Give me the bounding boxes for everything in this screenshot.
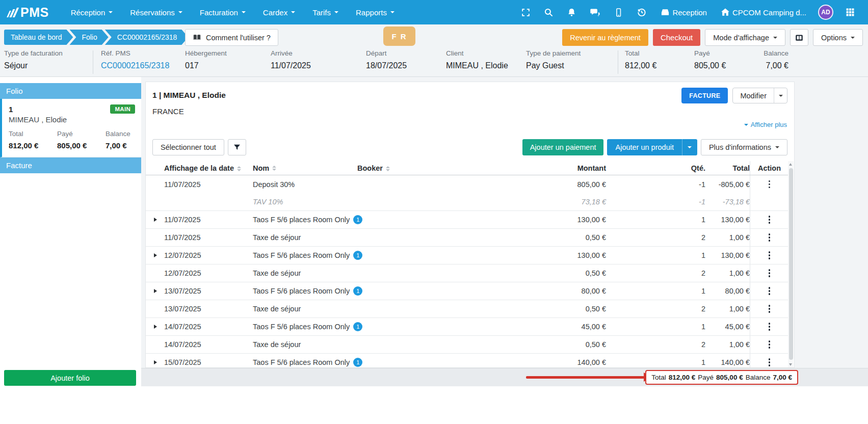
row-qty: 2 <box>607 233 706 242</box>
table-row[interactable]: 11/07/2025 Deposit 30% 805,00 € -1 -805,… <box>146 175 788 193</box>
table-row[interactable]: 15/07/2025 Taos F 5/6 places Room Only1 … <box>146 354 788 368</box>
select-all-button[interactable]: Sélectionner tout <box>152 139 224 155</box>
table-row[interactable]: 13/07/2025 Taxe de séjour 0,50 € 2 1,00 … <box>146 300 788 318</box>
table-header-row: Affichage de la date Nom Booker Montant … <box>146 161 788 175</box>
pms-ref-link[interactable]: CC00002165/2318 <box>101 61 169 70</box>
fullscreen-icon[interactable] <box>515 0 536 24</box>
property-selector[interactable]: CPCOM Camping d... <box>715 7 812 17</box>
return-to-payment-button[interactable]: Revenir au règlement <box>562 29 648 46</box>
row-actions-kebab-icon[interactable] <box>766 213 774 227</box>
table-scrollbar[interactable] <box>788 161 794 368</box>
menu-facturation[interactable]: Facturation <box>191 0 254 24</box>
row-amount: 130,00 € <box>416 216 607 224</box>
totals-summary-box: Total 812,00 € Payé 805,00 € Balance 7,0… <box>645 370 798 385</box>
expand-caret-icon[interactable] <box>154 218 157 222</box>
table-row[interactable]: 11/07/2025 Taxe de séjour 0,50 € 2 1,00 … <box>146 229 788 247</box>
search-icon[interactable] <box>538 0 559 24</box>
expand-caret-icon[interactable] <box>154 360 157 364</box>
folio-section-header[interactable]: Folio <box>0 83 141 99</box>
field-departure: Départ18/07/2025 <box>366 49 407 70</box>
menu-rapports[interactable]: Rapports <box>347 0 403 24</box>
apps-grid-icon[interactable] <box>839 0 861 24</box>
columns-layout-button[interactable] <box>790 29 808 46</box>
row-actions-kebab-icon[interactable] <box>766 177 774 192</box>
facture-button[interactable]: FACTURE <box>681 88 728 103</box>
row-actions-kebab-icon[interactable] <box>766 337 774 352</box>
row-name: TAV 10% <box>247 198 350 206</box>
row-actions-kebab-icon[interactable] <box>766 248 774 262</box>
chat-icon[interactable] <box>584 0 606 24</box>
menu-tarifs[interactable]: Tarifs <box>304 0 347 24</box>
guest-country: FRANCE <box>152 107 184 116</box>
mobile-icon[interactable] <box>608 0 629 24</box>
column-header-total[interactable]: Total <box>706 164 750 172</box>
folio-card[interactable]: 1 MAIN MIMEAU , Elodie Total812,00 € Pay… <box>0 99 141 157</box>
add-payment-button[interactable]: Ajouter un paiement <box>522 139 604 155</box>
row-date: 11/07/2025 <box>160 180 247 189</box>
table-row[interactable]: 11/07/2025 Taos F 5/6 places Room Only1 … <box>146 211 788 229</box>
expand-caret-icon[interactable] <box>154 289 157 293</box>
column-header-date[interactable]: Affichage de la date <box>160 164 247 172</box>
history-icon[interactable] <box>631 0 652 24</box>
facture-section-header[interactable]: Facture <box>0 157 141 173</box>
row-qty: 1 <box>607 323 706 331</box>
table-row[interactable]: 14/07/2025 Taos F 5/6 places Room Only1 … <box>146 318 788 336</box>
table-row[interactable]: 12/07/2025 Taos F 5/6 places Room Only1 … <box>146 247 788 264</box>
chevron-down-icon <box>773 37 777 39</box>
how-to-use-button[interactable]: Comment l'utiliser ? <box>185 29 278 46</box>
filter-funnel-icon <box>233 143 241 151</box>
add-product-button[interactable]: Ajouter un produit <box>607 139 681 155</box>
breadcrumb-dashboard[interactable]: Tableau de bord <box>4 30 73 45</box>
user-avatar[interactable]: AD <box>818 5 833 20</box>
row-actions-kebab-icon[interactable] <box>766 230 774 245</box>
add-folio-button[interactable]: Ajouter folio <box>4 370 136 386</box>
sort-icon <box>237 166 241 171</box>
scrollbar-thumb[interactable] <box>789 168 793 360</box>
table-row[interactable]: TAV 10% 73,18 € -1 -73,18 € <box>146 193 788 211</box>
row-actions-kebab-icon[interactable] <box>766 284 774 298</box>
reception-counter[interactable]: Reception <box>654 7 713 17</box>
row-actions-kebab-icon[interactable] <box>766 266 774 280</box>
scroll-up-icon[interactable] <box>789 163 792 166</box>
row-actions-kebab-icon[interactable] <box>766 355 774 368</box>
expand-caret-icon[interactable] <box>154 253 157 257</box>
chevron-down-icon <box>291 11 295 13</box>
table-row[interactable]: 14/07/2025 Taxe de séjour 0,50 € 2 1,00 … <box>146 336 788 354</box>
row-amount: 45,00 € <box>416 323 607 331</box>
row-date: 14/07/2025 <box>160 323 247 331</box>
row-qty: 2 <box>607 340 706 349</box>
menu-cardex[interactable]: Cardex <box>254 0 304 24</box>
modify-dropdown-toggle[interactable] <box>774 88 787 103</box>
column-header-booker[interactable]: Booker <box>350 164 416 172</box>
column-header-amount[interactable]: Montant <box>416 164 607 172</box>
language-flag-badge[interactable]: F R <box>383 26 415 46</box>
show-more-link[interactable]: Afficher plus <box>744 121 787 128</box>
row-name: Taos F 5/6 places Room Only1 <box>247 322 350 331</box>
column-header-name[interactable]: Nom <box>247 164 350 172</box>
add-product-dropdown-toggle[interactable] <box>682 139 697 155</box>
more-information-button[interactable]: Plus d'informations <box>701 139 787 155</box>
checkout-button[interactable]: Checkout <box>653 29 700 46</box>
row-amount: 0,50 € <box>416 340 607 349</box>
breadcrumb-reference[interactable]: CC00002165/2318 <box>105 30 189 45</box>
chevron-down-icon <box>851 37 855 39</box>
column-header-qty[interactable]: Qté. <box>607 164 706 172</box>
table-row[interactable]: 13/07/2025 Taos F 5/6 places Room Only1 … <box>146 282 788 300</box>
menu-reservations[interactable]: Réservations <box>121 0 191 24</box>
bell-icon[interactable] <box>561 0 582 24</box>
brand-name: PMS <box>20 5 49 20</box>
expand-caret-icon[interactable] <box>154 325 157 329</box>
footer-paid-value: 805,00 € <box>716 374 743 381</box>
breadcrumb-folio[interactable]: Folio <box>69 30 108 45</box>
options-button[interactable]: Options <box>813 29 863 46</box>
filter-button[interactable] <box>228 139 246 155</box>
menu-reception[interactable]: Réception <box>62 0 122 24</box>
row-actions-kebab-icon[interactable] <box>766 320 774 334</box>
row-actions-kebab-icon[interactable] <box>766 302 774 316</box>
table-row[interactable]: 12/07/2025 Taxe de séjour 0,50 € 2 1,00 … <box>146 264 788 282</box>
display-mode-button[interactable]: Mode d'affichage <box>705 29 785 46</box>
pms-logo[interactable]: PMS <box>0 5 62 20</box>
scroll-down-icon[interactable] <box>789 363 792 366</box>
modify-button[interactable]: Modifier <box>733 88 774 103</box>
main-menu: Réception Réservations Facturation Carde… <box>62 0 403 24</box>
